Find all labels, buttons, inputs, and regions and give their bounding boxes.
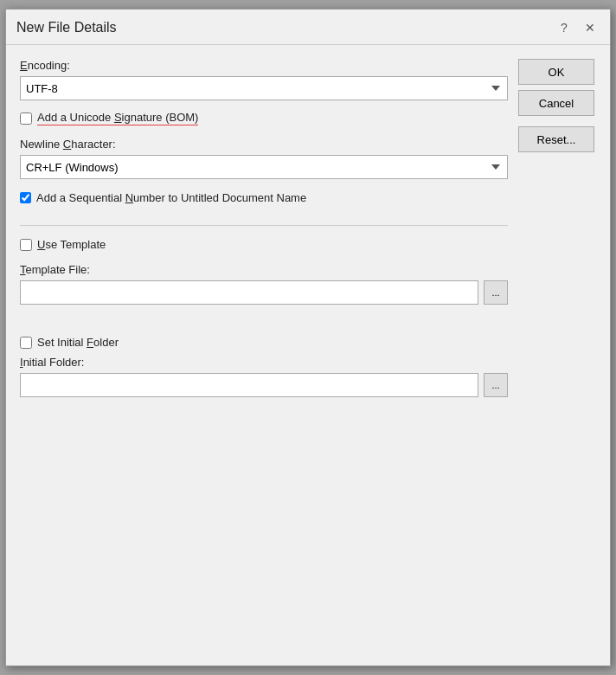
cancel-button[interactable]: Cancel [518,90,594,116]
help-button[interactable]: ? [555,18,574,37]
set-initial-folder-label: Set Initial Folder [37,336,119,349]
template-browse-button[interactable]: ... [484,280,508,305]
newline-label: Newline Character: [20,138,508,151]
dialog-title: New File Details [16,20,117,35]
template-file-label: Template File: [20,263,508,276]
use-template-checkbox[interactable] [20,239,32,251]
initial-folder-input[interactable] [20,373,478,397]
initial-folder-browse-button[interactable]: ... [484,373,508,397]
close-button[interactable]: ✕ [581,18,600,37]
encoding-dropdown[interactable]: UTF-8 UTF-16 ANSI ASCII [20,76,508,100]
ok-button[interactable]: OK [518,59,594,85]
template-section: Use Template [20,238,508,251]
dialog-window: New File Details ? ✕ Encoding: UTF-8 UTF… [5,9,611,666]
template-file-section: Template File: ... [20,263,508,305]
use-template-label: Use Template [37,238,106,251]
sequential-checkbox[interactable] [20,192,31,203]
main-content: Encoding: UTF-8 UTF-16 ANSI ASCII Add a … [20,59,508,397]
newline-dropdown[interactable]: CR+LF (Windows) LF (Unix) CR (Mac) [20,155,508,179]
title-bar-controls: ? ✕ [555,18,600,37]
bom-checkbox[interactable] [20,112,32,125]
template-file-input-row: ... [20,280,508,305]
encoding-section: Encoding: UTF-8 UTF-16 ANSI ASCII [20,59,508,100]
bom-label: Add a Unicode Signature (BOM) [37,111,198,125]
encoding-label: Encoding: [20,59,508,72]
sidebar-buttons: OK Cancel Reset... [518,59,596,397]
title-bar: New File Details ? ✕ [6,10,610,45]
dialog-body: Encoding: UTF-8 UTF-16 ANSI ASCII Add a … [6,45,610,411]
initial-folder-section: Set Initial Folder Initial Folder: ... [20,336,508,397]
initial-folder-checkbox-row: Set Initial Folder [20,336,508,349]
set-initial-folder-checkbox[interactable] [20,337,32,349]
separator-1 [20,225,508,226]
sequential-label: Add a Sequential Number to Untitled Docu… [36,191,306,204]
initial-folder-label: Initial Folder: [20,356,508,369]
sequential-checkbox-row: Add a Sequential Number to Untitled Docu… [20,191,508,204]
template-file-input[interactable] [20,280,478,305]
initial-folder-input-row: ... [20,373,508,397]
bom-checkbox-row: Add a Unicode Signature (BOM) [20,111,508,125]
template-checkbox-row: Use Template [20,238,508,251]
reset-button[interactable]: Reset... [518,126,594,152]
newline-section: Newline Character: CR+LF (Windows) LF (U… [20,138,508,179]
